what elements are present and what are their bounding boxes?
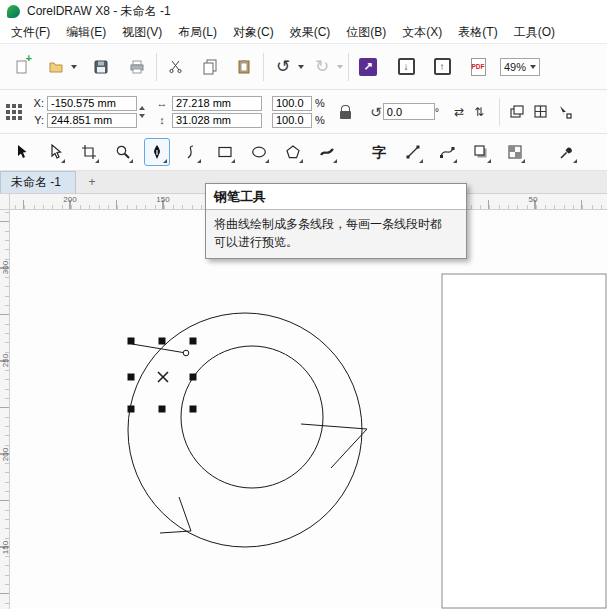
shape-tool[interactable] <box>42 138 68 166</box>
rotation-angle-input[interactable] <box>383 103 435 120</box>
bspline-tool[interactable] <box>178 138 204 166</box>
new-tab-icon: + <box>89 175 96 189</box>
launcher-icon: ↗ <box>359 58 377 76</box>
menu-item-edit[interactable]: 编辑(E) <box>58 21 114 44</box>
new-tab-button[interactable]: + <box>84 174 100 190</box>
menu-item-tools[interactable]: 工具(O) <box>506 21 563 44</box>
curve-tool[interactable] <box>434 138 460 166</box>
redo-button[interactable]: ↻ <box>308 51 336 83</box>
spinner-up-icon <box>139 106 145 110</box>
ruler-label: 150 <box>1 538 10 558</box>
menu-item-table[interactable]: 表格(T) <box>450 21 505 44</box>
redo-dropdown-caret[interactable] <box>337 65 343 69</box>
toolbox: 字 <box>0 134 607 171</box>
print-button[interactable] <box>123 51 151 83</box>
ellipse-tool[interactable] <box>246 138 272 166</box>
menu-item-text[interactable]: 文本(X) <box>394 21 450 44</box>
handle-middle-right[interactable] <box>190 374 197 381</box>
mirror-vertical-button[interactable]: ⇅ <box>469 102 489 122</box>
rectangle-tool[interactable] <box>212 138 238 166</box>
menu-item-layout[interactable]: 布局(L) <box>170 21 225 44</box>
window-title: CorelDRAW X8 - 未命名 -1 <box>27 3 171 20</box>
ruler-origin-corner[interactable] <box>0 194 10 210</box>
menu-item-effects[interactable]: 效果(C) <box>282 21 339 44</box>
scale-y-input[interactable] <box>272 113 312 128</box>
export-button[interactable]: ↑ <box>428 51 456 83</box>
inner-circle-shape[interactable] <box>181 346 323 488</box>
open-dropdown-caret[interactable] <box>71 65 77 69</box>
cut-button[interactable] <box>162 51 190 83</box>
wrap-text-button[interactable] <box>505 98 529 126</box>
crop-tool[interactable] <box>76 138 102 166</box>
pen-preview-segment <box>132 344 186 353</box>
object-height-icon: ↕ <box>155 114 169 126</box>
zoom-level-value: 49% <box>504 61 526 73</box>
object-center-mark[interactable] <box>158 372 168 382</box>
tooltip-line-2: 可以进行预览。 <box>214 233 458 251</box>
mirror-horizontal-icon: ⇄ <box>454 105 464 119</box>
menu-item-object[interactable]: 对象(C) <box>225 21 282 44</box>
menu-item-file[interactable]: 文件(F) <box>3 21 58 44</box>
object-origin-selector[interactable] <box>6 104 22 120</box>
convert-to-curves-button[interactable] <box>529 98 553 126</box>
document-tab[interactable]: 未命名 -1 <box>0 171 76 193</box>
open-button[interactable] <box>42 51 70 83</box>
menu-bar: 文件(F) 编辑(E) 视图(V) 布局(L) 对象(C) 效果(C) 位图(B… <box>0 22 607 44</box>
handle-bottom-left[interactable] <box>128 406 135 413</box>
position-spinner[interactable] <box>139 106 145 118</box>
lock-ratio-button[interactable] <box>335 97 357 127</box>
drop-shadow-tool[interactable] <box>468 138 494 166</box>
publish-to-pdf-button[interactable]: PDF <box>464 51 492 83</box>
toolbar-separator <box>499 98 500 126</box>
pick-tool[interactable] <box>8 138 34 166</box>
node-edit-button[interactable] <box>553 98 577 126</box>
zoom-dropdown-caret <box>530 65 536 69</box>
handle-top-left[interactable] <box>128 338 135 345</box>
object-width-icon: ↔ <box>155 97 169 109</box>
polyline-right[interactable] <box>301 424 367 468</box>
paste-button[interactable] <box>230 51 258 83</box>
copy-button[interactable] <box>196 51 224 83</box>
drawing-canvas[interactable] <box>10 210 607 609</box>
handle-middle-left[interactable] <box>128 374 135 381</box>
scale-y-unit: % <box>315 114 325 126</box>
color-eyedropper-tool[interactable] <box>554 138 580 166</box>
zoom-level-select[interactable]: 49% <box>500 58 540 76</box>
undo-button[interactable]: ↺ <box>269 51 297 83</box>
menu-item-bitmaps[interactable]: 位图(B) <box>338 21 394 44</box>
handle-top-center[interactable] <box>159 338 166 345</box>
outer-circle-shape[interactable] <box>128 313 362 547</box>
degree-symbol: ° <box>435 106 439 118</box>
x-position-input[interactable] <box>47 96 137 111</box>
new-document-button[interactable]: + <box>8 51 36 83</box>
artistic-media-tool[interactable] <box>314 138 340 166</box>
polygon-tool[interactable] <box>280 138 306 166</box>
text-tool[interactable]: 字 <box>366 138 392 166</box>
transparency-tool[interactable] <box>502 138 528 166</box>
ruler-label: 200 <box>63 195 76 204</box>
pen-tool[interactable] <box>144 138 170 166</box>
zoom-tool[interactable] <box>110 138 136 166</box>
handle-bottom-right[interactable] <box>190 406 197 413</box>
handle-bottom-center[interactable] <box>159 406 166 413</box>
canvas-drawing[interactable] <box>10 210 607 609</box>
undo-dropdown-caret[interactable] <box>298 65 304 69</box>
vertical-ruler[interactable]: 300250200150 <box>0 210 10 609</box>
object-height-input[interactable] <box>172 113 262 128</box>
y-position-input[interactable] <box>47 113 137 128</box>
handle-top-right[interactable] <box>190 338 197 345</box>
scale-x-input[interactable] <box>272 96 312 111</box>
y-position-label: Y: <box>30 114 44 126</box>
curve-node[interactable] <box>183 350 189 356</box>
ruler-label: 250 <box>1 351 10 371</box>
line-tool[interactable] <box>400 138 426 166</box>
import-button[interactable]: ↓ <box>392 51 420 83</box>
undo-icon: ↺ <box>276 58 290 75</box>
save-button[interactable] <box>87 51 115 83</box>
mirror-horizontal-button[interactable]: ⇄ <box>449 102 469 122</box>
application-launcher-button[interactable]: ↗ <box>354 51 382 83</box>
object-width-input[interactable] <box>172 96 262 111</box>
lock-icon <box>341 105 350 111</box>
mirror-vertical-icon: ⇅ <box>474 105 484 119</box>
menu-item-view[interactable]: 视图(V) <box>114 21 170 44</box>
